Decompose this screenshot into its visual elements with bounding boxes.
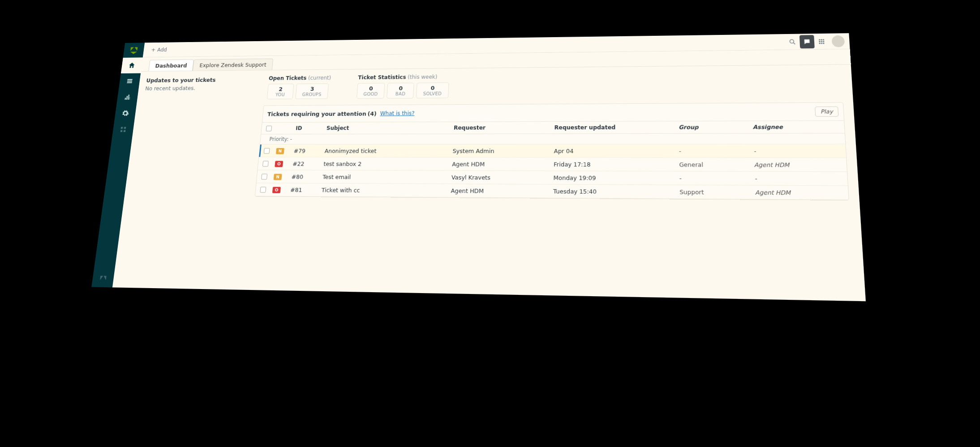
priority-group-label: Priority: -	[260, 133, 845, 145]
col-requester[interactable]: Requester	[454, 124, 554, 131]
select-all-checkbox[interactable]	[266, 125, 272, 131]
play-button[interactable]: Play	[815, 106, 838, 117]
ticket-assignee: -	[754, 175, 842, 183]
ticket-id: #81	[290, 186, 322, 193]
body: Updates to your tickets No recent update…	[112, 64, 866, 301]
plus-icon: +	[151, 47, 156, 52]
stat-value: 3	[302, 85, 322, 92]
ticket-requester: Agent HDM	[452, 161, 554, 168]
chat-icon	[803, 38, 811, 45]
search-button[interactable]	[785, 35, 800, 48]
col-requester-updated[interactable]: Requester updated	[554, 124, 679, 131]
stat-value: 0	[394, 85, 408, 92]
stat-value: 0	[423, 85, 442, 91]
profile-avatar[interactable]	[831, 35, 845, 47]
stat-sections: Open Tickets (current) 2YOU3GROUPS Ticke…	[264, 70, 843, 99]
ticket-assignee: -	[753, 147, 841, 154]
status-badge: O	[275, 161, 283, 167]
ticket-requester: Vasyl Kravets	[451, 174, 554, 181]
ticket-subject: Ticket with cc	[321, 187, 451, 194]
content: Open Tickets (current) 2YOU3GROUPS Ticke…	[245, 64, 866, 301]
products-button[interactable]	[814, 34, 829, 48]
stat-label: GOOD	[363, 92, 378, 97]
status-badge: O	[272, 187, 281, 193]
logo-icon	[129, 46, 139, 55]
stat-label: SOLVED	[423, 91, 442, 96]
app-logo[interactable]	[123, 43, 145, 58]
list-icon	[125, 77, 134, 85]
col-group[interactable]: Group	[679, 124, 753, 131]
stat-box[interactable]: 0SOLVED	[416, 82, 449, 98]
status-badge: N	[274, 174, 282, 180]
ticket-table-header: ID Subject Requester Requester updated G…	[261, 120, 845, 134]
ticket-id: #22	[292, 160, 324, 167]
updates-empty-text: No recent updates.	[145, 85, 259, 92]
stat-label: BAD	[394, 91, 407, 96]
zendesk-footer-logo	[91, 268, 115, 287]
row-checkbox[interactable]	[260, 187, 266, 192]
bar-chart-icon	[123, 94, 132, 101]
ticket-requester: System Admin	[452, 147, 554, 154]
stat-box[interactable]: 2YOU	[267, 84, 294, 99]
col-subject[interactable]: Subject	[326, 125, 454, 132]
stat-value: 2	[274, 86, 287, 93]
ticket-updated: Friday 17:18	[554, 161, 679, 168]
attention-title: Tickets requiring your attention	[267, 110, 367, 117]
zendesk-icon	[99, 274, 107, 282]
ticket-group: -	[679, 147, 754, 154]
search-icon	[788, 38, 796, 45]
ticket-group: Support	[679, 188, 755, 196]
row-checkbox[interactable]	[264, 148, 270, 153]
add-button-label: Add	[157, 47, 167, 52]
app-window: + Add Dashboard Explore Zendesk Support	[91, 33, 866, 301]
gear-icon	[121, 110, 129, 117]
svg-point-0	[790, 39, 794, 43]
updates-title: Updates to your tickets	[146, 77, 260, 84]
add-button[interactable]: + Add	[147, 45, 171, 55]
ticket-updated: Apr 04	[554, 147, 679, 154]
open-tickets-head: Open Tickets (current)	[268, 75, 332, 81]
row-checkbox[interactable]	[261, 174, 267, 179]
ticket-row[interactable]: O#81Ticket with ccAgent HDMTuesday 15:40…	[255, 183, 849, 200]
row-checkbox[interactable]	[262, 161, 269, 166]
open-tickets-section: Open Tickets (current) 2YOU3GROUPS	[267, 75, 332, 99]
ticket-id: #80	[291, 173, 323, 180]
stat-value: 0	[364, 85, 378, 92]
nav-reporting[interactable]	[116, 89, 138, 105]
col-id[interactable]: ID	[296, 125, 327, 131]
col-assignee[interactable]: Assignee	[752, 123, 839, 130]
attention-panel: Tickets requiring your attention (4) Wha…	[255, 102, 849, 201]
tab-explore[interactable]: Explore Zendesk Support	[193, 59, 273, 71]
attention-count: (4)	[367, 110, 377, 117]
home-icon	[128, 62, 136, 69]
attention-header: Tickets requiring your attention (4) Wha…	[262, 103, 844, 123]
ticket-subject: Anonimyzed ticket	[324, 147, 453, 154]
ticket-updated: Monday 19:09	[554, 174, 679, 182]
ticket-group: -	[679, 175, 755, 182]
apps-icon	[119, 126, 127, 133]
stat-label: YOU	[273, 92, 287, 97]
ticket-assignee: Agent HDM	[754, 161, 842, 168]
ticket-row[interactable]: N#79Anonimyzed ticketSystem AdminApr 04-…	[259, 145, 846, 158]
stat-label: GROUPS	[302, 92, 322, 97]
ticket-id: #79	[293, 147, 325, 154]
stat-box[interactable]: 3GROUPS	[295, 83, 329, 99]
ticket-statistics-section: Ticket Statistics (this week) 0GOOD0BAD0…	[357, 74, 452, 99]
tab-dashboard[interactable]: Dashboard	[148, 60, 194, 71]
what-is-this-link[interactable]: What is this?	[380, 110, 415, 116]
ticket-assignee: Agent HDM	[755, 189, 843, 196]
main-area: + Add Dashboard Explore Zendesk Support	[112, 33, 866, 301]
status-badge: N	[276, 148, 284, 154]
stat-box[interactable]: 0BAD	[387, 83, 415, 98]
stat-box[interactable]: 0GOOD	[357, 83, 385, 98]
ticket-requester: Agent HDM	[451, 187, 553, 195]
ticket-subject: Test email	[322, 173, 452, 180]
nav-home[interactable]	[121, 57, 143, 73]
nav-views[interactable]	[119, 73, 141, 89]
ticket-group: General	[679, 161, 754, 168]
nav-apps[interactable]	[112, 121, 134, 138]
ticket-row[interactable]: O#22test sanbox 2Agent HDMFriday 17:18Ge…	[258, 158, 847, 172]
ticket-subject: test sanbox 2	[323, 160, 452, 167]
nav-admin[interactable]	[114, 105, 137, 121]
conversations-button[interactable]	[799, 35, 815, 48]
